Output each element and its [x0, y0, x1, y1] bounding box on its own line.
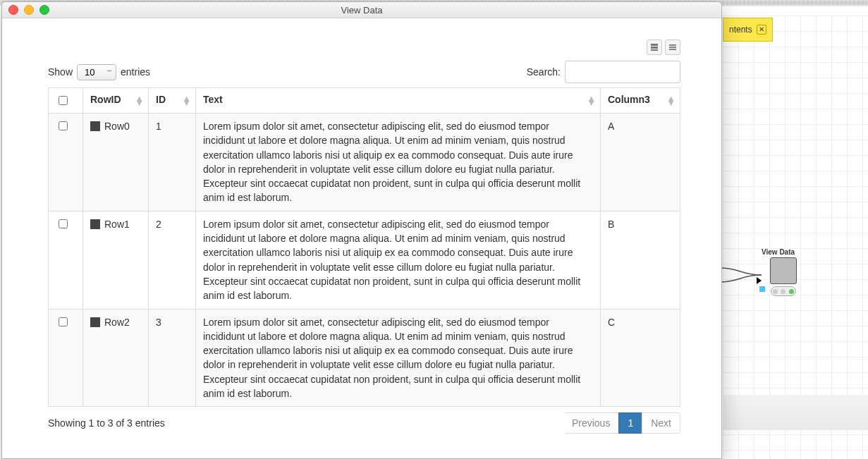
node-status-indicator [771, 286, 796, 296]
header-column3-label: Column3 [608, 94, 650, 105]
view-data-window: View Data Show 102550100 entries Search: [1, 1, 722, 459]
length-select[interactable]: 102550100 [77, 64, 116, 80]
table-row: Row01Lorem ipsum dolor sit amet, consect… [49, 114, 680, 212]
table-info: Showing 1 to 3 of 3 entries [48, 417, 165, 429]
page-number-button[interactable]: 1 [618, 412, 642, 434]
id-cell: 1 [149, 114, 196, 212]
search-input[interactable] [565, 61, 680, 83]
length-suffix: entries [121, 66, 150, 78]
window-titlebar[interactable]: View Data [2, 2, 721, 18]
prev-page-button[interactable]: Previous [563, 412, 619, 434]
header-id-label: ID [156, 94, 166, 105]
close-icon[interactable]: ✕ [757, 25, 766, 35]
editor-tab[interactable]: ntents ✕ [723, 18, 773, 42]
length-control: Show 102550100 entries [48, 64, 150, 80]
color-chip-icon [90, 121, 100, 131]
color-chip-icon [90, 219, 100, 229]
svg-rect-0 [651, 44, 658, 46]
table-row: Row12Lorem ipsum dolor sit amet, consect… [49, 211, 680, 309]
svg-rect-5 [669, 49, 676, 50]
text-cell: Lorem ipsum dolor sit amet, consectetur … [196, 114, 601, 212]
svg-rect-1 [651, 47, 658, 49]
background-panel-blur [723, 395, 868, 430]
sort-icon: ▲▼ [587, 96, 596, 105]
header-text-label: Text [203, 94, 223, 105]
rows-icon [650, 43, 659, 51]
svg-rect-2 [651, 49, 658, 51]
column3-cell: C [601, 309, 680, 407]
workflow-canvas[interactable] [723, 16, 868, 459]
sort-icon: ▲▼ [182, 96, 191, 105]
header-id[interactable]: ID ▲▼ [149, 88, 196, 114]
window-title: View Data [2, 5, 721, 16]
column3-cell: A [601, 114, 680, 212]
header-rowid-label: RowID [90, 94, 121, 105]
data-table: RowID ▲▼ ID ▲▼ Text ▲▼ Column3 ▲▼ [48, 87, 680, 407]
id-cell: 2 [149, 211, 196, 309]
rowid-cell: Row1 [104, 219, 130, 230]
text-cell: Lorem ipsum dolor sit amet, consectetur … [196, 309, 601, 407]
table-row: Row23Lorem ipsum dolor sit amet, consect… [49, 309, 680, 407]
next-page-button[interactable]: Next [642, 412, 680, 434]
select-all-checkbox[interactable] [59, 96, 68, 105]
column3-cell: B [601, 211, 680, 309]
pagination: Previous 1 Next [563, 412, 680, 434]
search-label: Search: [527, 66, 561, 78]
node-input-port-icon [757, 277, 762, 284]
svg-rect-3 [669, 44, 676, 46]
window-content: Show 102550100 entries Search: RowID [2, 18, 721, 458]
search-control: Search: [527, 61, 680, 83]
id-cell: 3 [149, 309, 196, 407]
rowid-cell: Row0 [104, 121, 130, 132]
color-chip-icon [90, 317, 100, 327]
length-prefix: Show [48, 66, 73, 78]
header-text[interactable]: Text ▲▼ [196, 88, 601, 114]
rowid-cell: Row2 [104, 317, 130, 328]
row-checkbox[interactable] [59, 121, 68, 130]
header-column3[interactable]: Column3 ▲▼ [601, 88, 680, 114]
row-checkbox[interactable] [59, 317, 68, 326]
row-checkbox[interactable] [59, 219, 68, 228]
node-body-icon [770, 257, 797, 284]
settings-menu-button[interactable] [665, 39, 680, 55]
node-flowvar-port-icon [759, 286, 765, 292]
menu-icon [668, 43, 677, 51]
node-title: View Data [762, 248, 805, 256]
sort-icon: ▲▼ [135, 96, 144, 105]
header-select-all[interactable] [49, 88, 83, 114]
text-cell: Lorem ipsum dolor sit amet, consectetur … [196, 211, 601, 309]
sort-icon: ▲▼ [666, 96, 676, 105]
layout-toggle-button[interactable] [647, 39, 662, 55]
editor-tab-label: ntents [729, 25, 752, 35]
svg-rect-4 [669, 47, 676, 48]
workflow-node-view-data[interactable]: View Data [762, 248, 805, 296]
header-rowid[interactable]: RowID ▲▼ [83, 88, 149, 114]
